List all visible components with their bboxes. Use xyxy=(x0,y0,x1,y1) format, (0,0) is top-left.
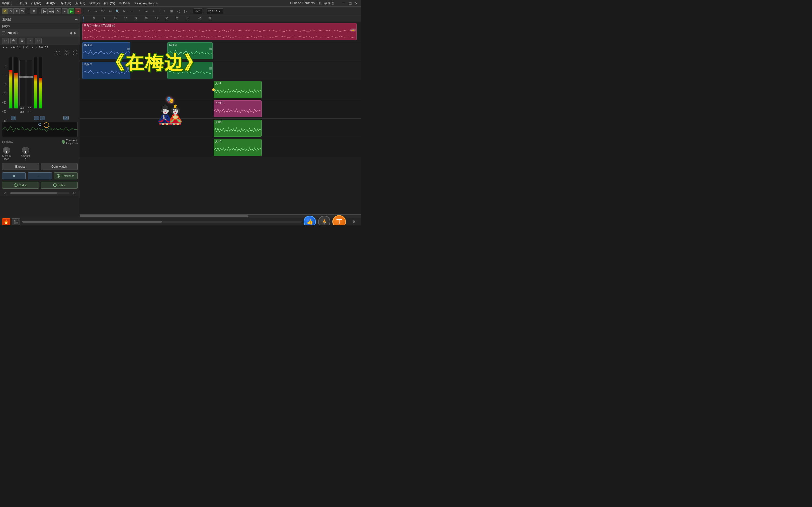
input-meter-right xyxy=(14,57,18,109)
chord-icon[interactable]: ♩ xyxy=(161,8,167,14)
pointer-tool[interactable]: ↖ xyxy=(86,8,92,14)
transient-radio[interactable] xyxy=(62,140,65,144)
h-scrollbar-thumb[interactable] xyxy=(80,215,248,217)
link-btn-left[interactable]: ⇄ xyxy=(11,116,16,120)
scissors-tool[interactable]: ✂ xyxy=(107,8,113,14)
track-clip-voice-l[interactable]: 人声L xyxy=(214,81,262,98)
s-button[interactable]: S xyxy=(8,8,14,14)
h-scroll-thumb xyxy=(10,192,57,194)
amount-knob[interactable] xyxy=(22,147,29,154)
output-fader-track[interactable] xyxy=(26,60,32,106)
track-clip-voice-3b[interactable]: 人声3 xyxy=(214,139,262,156)
r-button[interactable]: R xyxy=(14,8,19,14)
glue-tool[interactable]: ⋈ xyxy=(121,8,128,14)
zoom-tool[interactable]: 🔍 xyxy=(114,8,120,14)
track-clip-voice-3a[interactable]: 人声3 xyxy=(214,120,262,137)
svg-rect-7 xyxy=(209,48,212,50)
scroll-left-btn[interactable]: ◁ xyxy=(2,190,8,196)
h-scroll[interactable] xyxy=(10,192,69,194)
menu-edit[interactable]: 编辑(E) xyxy=(2,1,12,5)
link-btn-right[interactable]: ⇄ xyxy=(63,116,68,120)
input-fader-track[interactable] xyxy=(19,60,25,106)
gain-match-btn[interactable]: Gain Match xyxy=(41,163,78,170)
action-btn[interactable]: ↩ xyxy=(35,38,42,44)
iq-display[interactable]: iQ 1/16 ▼ xyxy=(207,8,223,14)
swap-btn[interactable]: ⇄ xyxy=(2,172,26,179)
presets-menu-icon[interactable]: ☰ xyxy=(2,31,5,35)
input-fader-thumb[interactable] xyxy=(18,76,26,78)
arrange-btn[interactable]: ⊞ xyxy=(30,8,37,14)
presets-label: Presets xyxy=(7,31,17,35)
input-fader-val: 0.0 xyxy=(20,107,24,110)
preset-next-btn[interactable]: ▶ xyxy=(73,31,77,35)
sustain-knob[interactable] xyxy=(3,147,10,154)
menu-project[interactable]: 工程(P) xyxy=(16,1,27,5)
history-btn[interactable]: ⏱ xyxy=(10,38,17,44)
main-scrollbar[interactable] xyxy=(22,221,302,223)
track-clip-main[interactable]: 王力宏 在梅边 (KTV版伴奏) 🔒 xyxy=(83,23,357,40)
menu-audio[interactable]: 音频(A) xyxy=(31,1,41,5)
plugin-title-bar: plugin xyxy=(0,23,79,29)
close-btn[interactable]: ✕ xyxy=(355,1,359,5)
center-knob[interactable] xyxy=(38,123,42,126)
select-tool[interactable]: ▭ xyxy=(129,8,135,14)
output-fader-thumb[interactable] xyxy=(26,76,34,78)
settings-icon-btn[interactable]: ⚙ xyxy=(71,190,77,196)
cycle-btn[interactable]: ↻ xyxy=(55,8,61,14)
maximize-btn[interactable]: □ xyxy=(348,1,352,5)
curve-tool[interactable]: ∿ xyxy=(143,8,149,14)
right-arrow-icon[interactable]: ▷ xyxy=(182,8,189,14)
menu-transport[interactable]: 走带(T) xyxy=(75,1,85,5)
meter-scale: 0 −3 −6 −30 −40 −50 −Inf xyxy=(2,65,7,122)
menu-settings[interactable]: 设置(V) xyxy=(89,1,100,5)
w-button[interactable]: W xyxy=(20,8,25,14)
go-to-start-btn[interactable]: |◀ xyxy=(42,8,48,14)
record-btn[interactable]: ● xyxy=(75,8,81,14)
menu-midi[interactable]: MIDI(M) xyxy=(45,2,56,5)
preset-prev-btn[interactable]: ◀ xyxy=(68,31,73,35)
quantize-label: 小节 xyxy=(195,9,201,13)
menu-help[interactable]: 帮助(H) xyxy=(119,1,130,5)
grid-icon[interactable]: ⊞ xyxy=(168,8,174,14)
add-observe-btn[interactable]: + xyxy=(75,17,77,22)
arrows-btn[interactable]: ↔ xyxy=(28,172,52,179)
menu-media[interactable]: 媒体(D) xyxy=(60,1,71,5)
status-gear-icon[interactable]: ⚙ xyxy=(352,220,356,224)
stop-btn[interactable]: ■ xyxy=(62,8,68,14)
bottom-fire-icon[interactable]: 🔥 xyxy=(2,218,10,225)
settings-btn[interactable]: ⚙ xyxy=(18,38,25,44)
left-arrow-icon[interactable]: ◁ xyxy=(175,8,181,14)
ruler-inner: 1 5 9 13 17 21 25 29 33 37 41 45 49 xyxy=(80,16,361,22)
bypass-btn[interactable]: Bypass xyxy=(2,163,39,170)
track-clip-voice-l2[interactable]: 人声L2 xyxy=(214,100,262,117)
quantize-display[interactable]: 小节 xyxy=(193,8,203,14)
person-btn[interactable]: 🧍 xyxy=(318,216,330,226)
reference-btn[interactable]: ℹ Reference xyxy=(54,172,77,179)
scale-40: −40 xyxy=(2,101,6,104)
minimize-btn[interactable]: — xyxy=(342,1,346,5)
m-button[interactable]: M xyxy=(2,8,8,14)
menu-hub[interactable]: Steinberg Hub(S) xyxy=(134,2,158,5)
playhead[interactable] xyxy=(83,16,84,22)
draw-tool[interactable]: / xyxy=(136,8,142,14)
thumbs-up-btn[interactable]: 👍 xyxy=(304,216,316,226)
play-btn[interactable]: ▶ xyxy=(68,8,74,14)
orange-circle-btn[interactable]: 丁 xyxy=(332,215,346,226)
menu-window[interactable]: 窗口(W) xyxy=(104,1,115,5)
link-plus-btn[interactable]: + xyxy=(40,116,45,120)
go-back-btn[interactable]: ◀◀ xyxy=(48,8,54,14)
dither-btn[interactable]: ℹ Dither xyxy=(41,181,78,189)
scale-30: −30 xyxy=(2,92,6,95)
io-right-arrow2: ▲ xyxy=(35,46,37,49)
bottom-video-icon[interactable]: 🎬 xyxy=(12,218,20,225)
link-minus-btn[interactable]: − xyxy=(34,116,39,120)
undo-btn[interactable]: ↩ xyxy=(2,38,9,44)
help-btn[interactable]: ? xyxy=(27,38,34,44)
split-tool[interactable]: ⌖ xyxy=(150,8,157,14)
pencil-tool[interactable]: ✏ xyxy=(93,8,99,14)
ruler-mark-21: 21 xyxy=(134,17,137,20)
clip-audio01-r-title: 音频 01 xyxy=(168,43,212,47)
output-fader-val: 0.0 xyxy=(28,107,31,110)
eraser-tool[interactable]: ⌫ xyxy=(100,8,106,14)
codec-btn[interactable]: ℹ Codec xyxy=(2,181,39,189)
